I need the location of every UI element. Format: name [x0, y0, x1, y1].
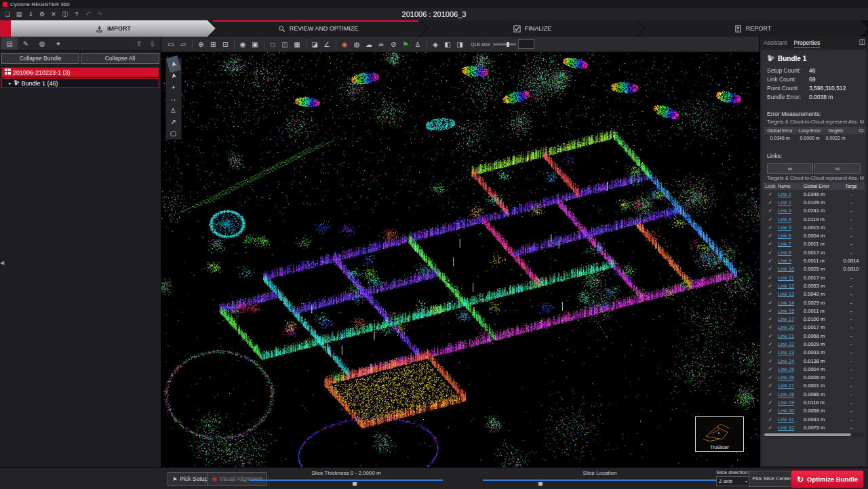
links-horizontal-scrollbar[interactable] [764, 433, 863, 437]
link-name[interactable]: Link 1 [778, 191, 804, 197]
help-icon[interactable]: ? [71, 9, 82, 19]
link-row[interactable]: ✓Link 50.0015 m- [763, 223, 865, 231]
link-row[interactable]: ✓Link 300.0058 m- [763, 407, 865, 415]
tree-item-bundle[interactable]: ▸ Bundle 1 (46) [1, 78, 159, 88]
undo-icon[interactable]: ↶ [83, 9, 94, 19]
workflow-step-report[interactable]: REPORT [637, 20, 868, 37]
walk-tool-icon[interactable]: ♙ [166, 104, 181, 116]
link-name[interactable]: Link 26 [778, 374, 804, 380]
workflow-step-import[interactable]: IMPORT [11, 20, 216, 37]
snapshot-icon[interactable]: ▣ [250, 39, 261, 50]
link-name[interactable]: Link 32 [778, 425, 804, 431]
link-name[interactable]: Link 21 [778, 333, 804, 339]
range-tool-icon[interactable]: ↔ [166, 93, 181, 104]
qlb-size-slider[interactable] [493, 43, 516, 45]
settings-gear-icon[interactable]: ⚙ [37, 9, 47, 19]
link-name[interactable]: Link 24 [778, 358, 804, 364]
link-name[interactable]: Link 25 [778, 366, 804, 372]
optimize-bundle-button[interactable]: ↻ Optimize Bundle [791, 470, 864, 488]
link-row[interactable]: ✓Link 30.0241 m- [763, 207, 865, 215]
pick-point-icon[interactable]: ▭ [165, 39, 177, 50]
pin-icon[interactable]: ⚑ [400, 39, 412, 50]
tab-assistant[interactable]: Assistant [764, 37, 787, 48]
slice-thickness-slider[interactable] [250, 480, 443, 481]
slice-location-slider[interactable] [483, 480, 717, 481]
link-row[interactable]: ✓Link 120.0053 m- [763, 281, 865, 290]
link-name[interactable]: Link 30 [778, 408, 804, 414]
link-add-button[interactable]: ∞ [814, 163, 861, 174]
info-icon[interactable]: ⓘ [60, 9, 71, 19]
truslicer-panel[interactable]: TruSlicer [695, 416, 744, 452]
setup-sphere-icon[interactable]: ◍ [351, 39, 363, 50]
link-row[interactable]: ✓Link 220.0029 m- [763, 340, 865, 348]
pick-slice-center-button[interactable]: Pick Slice Center [749, 471, 795, 487]
link-name[interactable]: Link 9 [778, 258, 804, 264]
measure-icon[interactable]: ∠ [321, 39, 333, 50]
pane-grid-icon[interactable]: ▦ [292, 39, 303, 50]
link-name[interactable]: Link 6 [778, 233, 804, 239]
link-row[interactable]: ✓Link 70.0011 m- [763, 240, 865, 248]
link-row[interactable]: ✓Link 20.0109 m- [763, 198, 865, 206]
orbit-tool-icon[interactable]: ▢ [166, 128, 181, 139]
link-name[interactable]: Link 23 [778, 349, 804, 355]
collapse-all-button[interactable]: Collapse All [81, 53, 159, 64]
panel-layout-icon[interactable]: ◫ [859, 38, 865, 45]
export-file-icon[interactable]: ⇩ [146, 37, 159, 50]
link-name[interactable]: Link 14 [778, 300, 804, 306]
link-row[interactable]: ✓Link 210.0068 m- [763, 332, 865, 340]
link-name[interactable]: Link 31 [778, 416, 804, 423]
link-row[interactable]: ✓Link 320.0075 m- [763, 423, 865, 431]
fence-polygon-icon[interactable]: ▱ [178, 39, 189, 50]
link-name[interactable]: Link 20 [778, 324, 804, 330]
link-row[interactable]: ✓Link 230.0033 m- [763, 349, 865, 357]
zoom-window-icon[interactable]: ⊞ [208, 39, 219, 50]
cloud-icon[interactable]: ☁ [363, 39, 375, 50]
link-row[interactable]: ✓Link 200.0017 m- [763, 324, 865, 332]
save-icon[interactable]: ▤ [14, 9, 24, 19]
open-project-icon[interactable]: ❏ [2, 9, 13, 19]
link-row[interactable]: ✓Link 310.0043 m- [763, 415, 865, 423]
zoom-in-icon[interactable]: ⊕ [195, 39, 207, 50]
tab-project-explorer[interactable]: ▤ [1, 37, 18, 50]
point-cloud-view[interactable]: ➤➤+↔♙⇗▢ TruSlicer [161, 52, 759, 468]
delete-icon[interactable]: ✕ [48, 9, 59, 19]
slice-thickness-thumb[interactable] [353, 482, 357, 486]
tab-annotations[interactable]: ✎ [18, 37, 34, 50]
fly-tool-icon[interactable]: ⇗ [166, 116, 181, 128]
bubble-view-icon[interactable]: ◉ [339, 39, 351, 50]
link-name[interactable]: Link 27 [778, 383, 804, 389]
link-name[interactable]: Link 10 [778, 266, 804, 272]
camera-icon[interactable]: ◉ [237, 39, 249, 50]
tab-sites[interactable]: ◍ [34, 37, 50, 50]
link-name[interactable]: Link 12 [778, 283, 804, 289]
link-name[interactable]: Link 29 [778, 399, 804, 406]
workflow-step-finalize[interactable]: FINALIZE [420, 20, 644, 37]
link-name[interactable]: Link 3 [778, 208, 804, 214]
link-row[interactable]: ✓Link 60.0004 m- [763, 231, 865, 239]
link-name[interactable]: Link 13 [778, 291, 804, 297]
expand-caret-icon[interactable]: ▸ [9, 81, 12, 86]
redo-icon[interactable]: ↷ [94, 9, 105, 19]
link-row[interactable]: ✓Link 280.0086 m- [763, 390, 865, 398]
link-row[interactable]: ✓Link 150.0011 m- [763, 307, 865, 315]
link-row[interactable]: ✓Link 130.0040 m- [763, 290, 865, 298]
link-name[interactable]: Link 4 [778, 216, 804, 222]
link-row[interactable]: ✓Link 90.0011 m0.0014 [763, 256, 865, 265]
link-name[interactable]: Link 17 [778, 316, 804, 322]
pane-layout-icon[interactable]: ◧ [442, 39, 454, 50]
link-name[interactable]: Link 2 [778, 199, 804, 206]
link-row[interactable]: ✓Link 260.0006 m- [763, 374, 865, 382]
add-person-icon[interactable]: ♙ [412, 39, 424, 50]
link-name[interactable]: Link 7 [778, 241, 804, 247]
link-icon[interactable]: ∞ [376, 39, 387, 50]
link-row[interactable]: ✓Link 10.0346 m- [763, 190, 865, 198]
qlb-value-box[interactable] [518, 39, 534, 49]
link-row[interactable]: ✓Link 110.0017 m- [763, 273, 865, 281]
link-row[interactable]: ✓Link 240.0138 m- [763, 357, 865, 365]
link-row[interactable]: ✓Link 100.0025 m0.0010 [763, 265, 865, 273]
import-data-icon[interactable]: ⇓ [25, 9, 36, 19]
link-name[interactable]: Link 5 [778, 224, 804, 231]
tab-favorites[interactable]: ✦ [50, 37, 66, 50]
link-name[interactable]: Link 11 [778, 275, 804, 281]
zoom-extents-icon[interactable]: ⊡ [220, 39, 231, 50]
